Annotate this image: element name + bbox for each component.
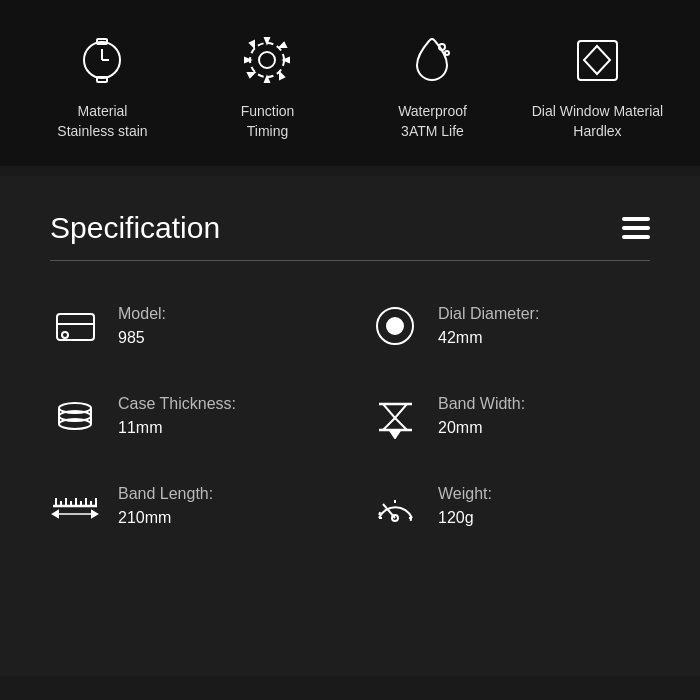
scale-icon xyxy=(370,481,420,531)
spec-weight: Weight: 120g xyxy=(370,481,650,531)
case-thickness-text: Case Thickness: 11mm xyxy=(118,392,236,440)
layers-icon xyxy=(50,391,100,441)
svg-marker-25 xyxy=(391,432,399,438)
svg-point-6 xyxy=(250,43,284,77)
function-label: Function Timing xyxy=(241,102,295,141)
card-icon xyxy=(50,301,100,351)
dial-window-label: Dial Window Material Hardlex xyxy=(532,102,663,141)
svg-point-13 xyxy=(62,332,68,338)
svg-point-7 xyxy=(439,44,445,50)
features-section: Material Stainless stain Function Timin xyxy=(0,0,700,166)
feature-material: Material Stainless stain xyxy=(28,30,178,141)
spec-header: Specification xyxy=(50,211,650,245)
spec-band-length: Band Length: 210mm xyxy=(50,481,330,531)
spec-model: Model: 985 xyxy=(50,301,330,351)
spec-case-thickness: Case Thickness: 11mm xyxy=(50,391,330,441)
divider xyxy=(50,260,650,261)
spec-band-width: Band Width: 20mm xyxy=(370,391,650,441)
spec-title: Specification xyxy=(50,211,220,245)
band-length-text: Band Length: 210mm xyxy=(118,482,213,530)
material-label: Material Stainless stain xyxy=(57,102,147,141)
spec-grid: Model: 985 Dial Diameter: 42mm xyxy=(50,301,650,531)
spec-dial-diameter: Dial Diameter: 42mm xyxy=(370,301,650,351)
svg-point-15 xyxy=(387,318,403,334)
feature-waterproof: Waterproof 3ATM Life xyxy=(358,30,508,141)
watch-icon xyxy=(73,30,133,90)
svg-rect-4 xyxy=(97,77,107,82)
band-width-text: Band Width: 20mm xyxy=(438,392,525,440)
feature-function: Function Timing xyxy=(193,30,343,141)
specification-section: Specification Model: 985 xyxy=(0,176,700,676)
weight-text: Weight: 120g xyxy=(438,482,492,530)
svg-marker-37 xyxy=(53,511,58,517)
dial-diameter-text: Dial Diameter: 42mm xyxy=(438,302,539,350)
svg-point-5 xyxy=(259,52,275,68)
hourglass-icon xyxy=(370,391,420,441)
drop-icon xyxy=(403,30,463,90)
svg-marker-38 xyxy=(92,511,97,517)
svg-point-8 xyxy=(445,51,449,55)
menu-icon[interactable] xyxy=(622,217,650,239)
model-text: Model: 985 xyxy=(118,302,166,350)
feature-dial-window: Dial Window Material Hardlex xyxy=(523,30,673,141)
gear-icon xyxy=(238,30,298,90)
waterproof-label: Waterproof 3ATM Life xyxy=(398,102,467,141)
svg-marker-10 xyxy=(584,46,610,74)
circle-dot-icon xyxy=(370,301,420,351)
diamond-icon xyxy=(568,30,628,90)
ruler-icon xyxy=(50,481,100,531)
